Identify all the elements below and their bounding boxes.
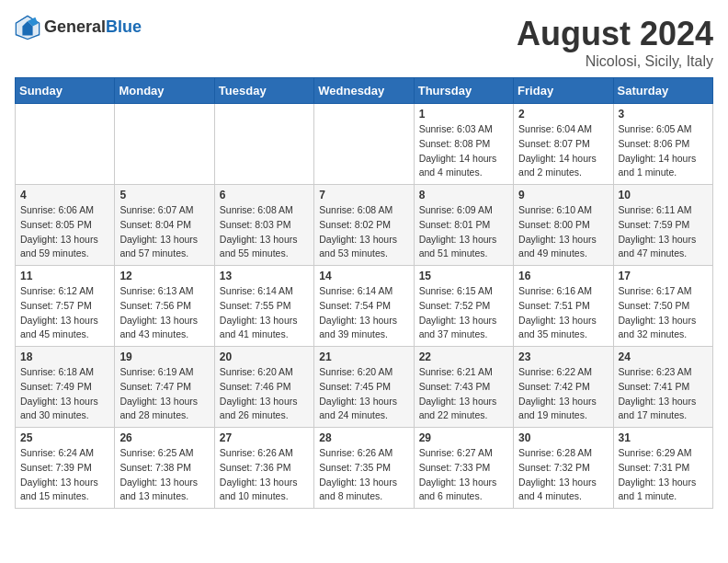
calendar-cell: 15Sunrise: 6:15 AMSunset: 7:52 PMDayligh… [414, 266, 513, 347]
day-info: Sunset: 7:45 PM [319, 380, 408, 395]
day-info: Sunset: 7:57 PM [20, 299, 109, 314]
day-info: Sunset: 7:51 PM [518, 299, 608, 314]
calendar-cell: 17Sunrise: 6:17 AMSunset: 7:50 PMDayligh… [613, 266, 712, 347]
day-info: Sunset: 7:55 PM [220, 299, 309, 314]
day-info: Sunset: 7:31 PM [619, 461, 708, 476]
day-number: 12 [119, 270, 209, 282]
day-info: Sunset: 7:47 PM [119, 380, 209, 395]
day-info: Daylight: 13 hours and 4 minutes. [518, 476, 608, 505]
day-info: Sunset: 8:04 PM [119, 218, 209, 233]
day-number: 20 [220, 350, 309, 363]
day-info: Sunrise: 6:18 AM [20, 365, 109, 380]
calendar-cell [314, 104, 414, 185]
day-info: Daylight: 13 hours and 51 minutes. [419, 233, 508, 262]
day-info: Sunrise: 6:22 AM [518, 365, 608, 380]
calendar-cell: 16Sunrise: 6:16 AMSunset: 7:51 PMDayligh… [514, 266, 613, 347]
day-info: Daylight: 13 hours and 55 minutes. [220, 233, 309, 262]
calendar-week-row: 18Sunrise: 6:18 AMSunset: 7:49 PMDayligh… [16, 347, 713, 428]
calendar-cell: 25Sunrise: 6:24 AMSunset: 7:39 PMDayligh… [16, 428, 115, 509]
day-info: Daylight: 13 hours and 24 minutes. [319, 395, 408, 424]
day-number: 30 [518, 431, 608, 444]
calendar-cell: 1Sunrise: 6:03 AMSunset: 8:08 PMDaylight… [414, 104, 513, 185]
day-info: Sunrise: 6:28 AM [518, 446, 608, 461]
day-info: Daylight: 13 hours and 57 minutes. [119, 233, 209, 262]
day-info: Sunrise: 6:07 AM [119, 203, 209, 218]
day-number: 24 [619, 350, 708, 363]
day-info: Sunset: 8:05 PM [20, 218, 109, 233]
day-info: Daylight: 13 hours and 26 minutes. [220, 395, 309, 424]
day-number: 17 [619, 270, 708, 282]
day-info: Sunset: 7:52 PM [419, 299, 508, 314]
day-info: Sunrise: 6:26 AM [319, 446, 408, 461]
day-info: Sunrise: 6:21 AM [419, 365, 508, 380]
day-info: Sunset: 7:39 PM [20, 461, 109, 476]
day-number: 9 [518, 189, 608, 201]
day-info: Sunrise: 6:20 AM [220, 365, 309, 380]
day-info: Sunrise: 6:20 AM [319, 365, 408, 380]
calendar-week-row: 4Sunrise: 6:06 AMSunset: 8:05 PMDaylight… [16, 185, 713, 266]
calendar-cell: 22Sunrise: 6:21 AMSunset: 7:43 PMDayligh… [414, 347, 513, 428]
page-header: GeneralBlue August 2024 Nicolosi, Sicily… [15, 15, 713, 70]
day-info: Sunrise: 6:26 AM [220, 446, 309, 461]
day-info: Daylight: 14 hours and 4 minutes. [419, 152, 508, 181]
logo-text: GeneralBlue [44, 18, 142, 37]
calendar-cell: 12Sunrise: 6:13 AMSunset: 7:56 PMDayligh… [115, 266, 214, 347]
day-info: Sunrise: 6:03 AM [419, 122, 508, 137]
calendar-cell: 23Sunrise: 6:22 AMSunset: 7:42 PMDayligh… [514, 347, 613, 428]
day-info: Daylight: 13 hours and 30 minutes. [20, 395, 109, 424]
day-info: Daylight: 13 hours and 59 minutes. [20, 233, 109, 262]
day-info: Sunrise: 6:29 AM [619, 446, 708, 461]
calendar-cell: 20Sunrise: 6:20 AMSunset: 7:46 PMDayligh… [214, 347, 313, 428]
day-info: Sunrise: 6:05 AM [619, 122, 708, 137]
calendar-cell: 19Sunrise: 6:19 AMSunset: 7:47 PMDayligh… [115, 347, 214, 428]
day-number: 11 [20, 270, 109, 282]
day-info: Sunset: 8:00 PM [518, 218, 608, 233]
calendar-location: Nicolosi, Sicily, Italy [517, 53, 713, 70]
day-info: Daylight: 13 hours and 37 minutes. [419, 314, 508, 343]
day-number: 26 [119, 431, 209, 444]
day-info: Daylight: 13 hours and 19 minutes. [518, 395, 608, 424]
day-info: Sunset: 8:06 PM [619, 137, 708, 152]
day-of-week-header: Saturday [613, 78, 712, 104]
day-number: 2 [518, 108, 608, 121]
day-number: 4 [20, 189, 109, 201]
calendar-cell: 31Sunrise: 6:29 AMSunset: 7:31 PMDayligh… [613, 428, 712, 509]
calendar-cell: 18Sunrise: 6:18 AMSunset: 7:49 PMDayligh… [16, 347, 115, 428]
calendar-cell: 13Sunrise: 6:14 AMSunset: 7:55 PMDayligh… [214, 266, 313, 347]
day-info: Sunrise: 6:09 AM [419, 203, 508, 218]
calendar-cell: 11Sunrise: 6:12 AMSunset: 7:57 PMDayligh… [16, 266, 115, 347]
calendar-cell: 14Sunrise: 6:14 AMSunset: 7:54 PMDayligh… [314, 266, 414, 347]
day-of-week-header: Sunday [16, 78, 115, 104]
day-number: 8 [419, 189, 508, 201]
day-number: 7 [319, 189, 408, 201]
calendar-week-row: 25Sunrise: 6:24 AMSunset: 7:39 PMDayligh… [16, 428, 713, 509]
day-info: Daylight: 13 hours and 6 minutes. [419, 476, 508, 505]
day-of-week-header: Tuesday [214, 78, 313, 104]
day-info: Daylight: 13 hours and 39 minutes. [319, 314, 408, 343]
calendar-cell: 26Sunrise: 6:25 AMSunset: 7:38 PMDayligh… [115, 428, 214, 509]
day-of-week-header: Friday [514, 78, 613, 104]
day-info: Daylight: 13 hours and 47 minutes. [619, 233, 708, 262]
day-info: Sunrise: 6:15 AM [419, 284, 508, 299]
calendar-cell: 4Sunrise: 6:06 AMSunset: 8:05 PMDaylight… [16, 185, 115, 266]
day-info: Sunset: 8:08 PM [419, 137, 508, 152]
day-info: Sunset: 7:33 PM [419, 461, 508, 476]
calendar-title: August 2024 [517, 15, 713, 53]
day-info: Daylight: 13 hours and 35 minutes. [518, 314, 608, 343]
day-number: 10 [619, 189, 708, 201]
calendar-week-row: 1Sunrise: 6:03 AMSunset: 8:08 PMDaylight… [16, 104, 713, 185]
day-info: Sunrise: 6:13 AM [119, 284, 209, 299]
logo-general: General [44, 17, 106, 36]
calendar-cell: 30Sunrise: 6:28 AMSunset: 7:32 PMDayligh… [514, 428, 613, 509]
calendar-cell: 2Sunrise: 6:04 AMSunset: 8:07 PMDaylight… [514, 104, 613, 185]
calendar-cell [115, 104, 214, 185]
day-number: 15 [419, 270, 508, 282]
calendar-cell: 24Sunrise: 6:23 AMSunset: 7:41 PMDayligh… [613, 347, 712, 428]
calendar-cell: 9Sunrise: 6:10 AMSunset: 8:00 PMDaylight… [514, 185, 613, 266]
calendar-header-row: SundayMondayTuesdayWednesdayThursdayFrid… [16, 78, 713, 104]
day-info: Daylight: 13 hours and 22 minutes. [419, 395, 508, 424]
day-info: Sunset: 7:41 PM [619, 380, 708, 395]
day-info: Sunset: 7:54 PM [319, 299, 408, 314]
day-info: Sunrise: 6:23 AM [619, 365, 708, 380]
day-info: Sunset: 8:02 PM [319, 218, 408, 233]
